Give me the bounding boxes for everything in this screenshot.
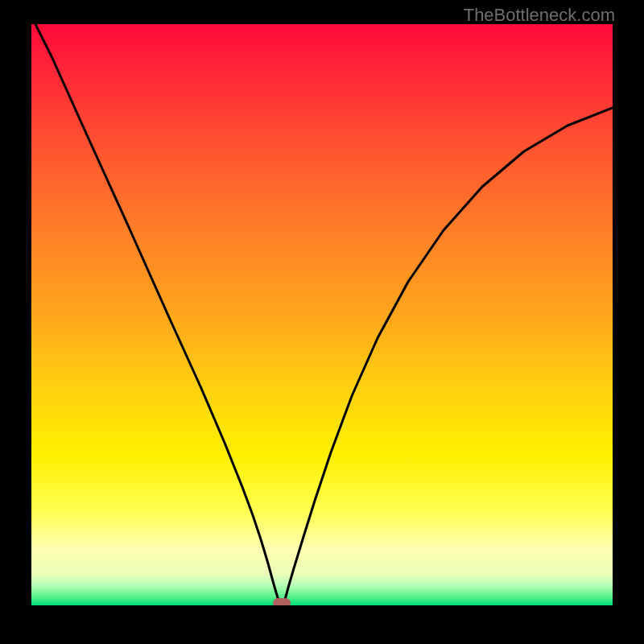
- plot-area: [31, 24, 613, 605]
- chart-canvas: TheBottleneck.com: [0, 0, 644, 644]
- bottleneck-curve: [31, 24, 613, 605]
- curve-path: [31, 24, 613, 605]
- optimal-point-marker: [273, 598, 291, 605]
- watermark-label: TheBottleneck.com: [464, 5, 615, 26]
